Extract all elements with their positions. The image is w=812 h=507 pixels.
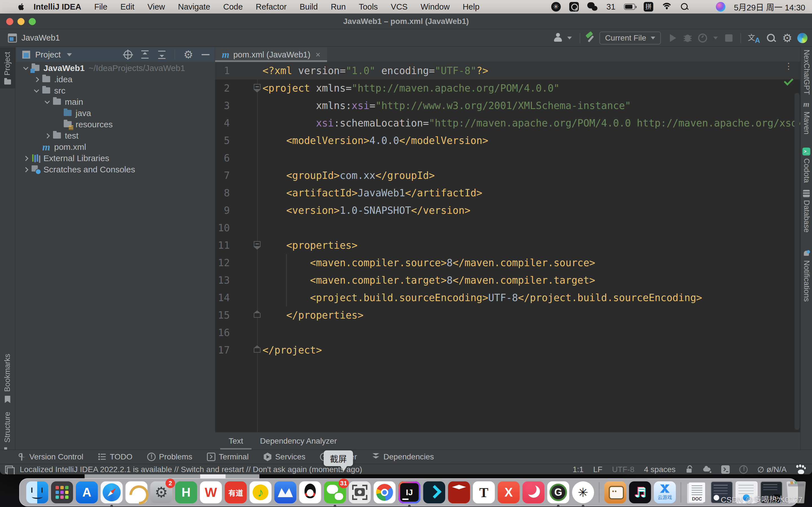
code-line-6[interactable]: 6: [215, 149, 800, 167]
tree-item-test[interactable]: test: [16, 130, 214, 142]
tool-strip-database[interactable]: Database: [801, 190, 812, 233]
tool-strip-maven[interactable]: mMaven: [801, 100, 812, 134]
siri-icon[interactable]: [716, 2, 725, 11]
dock-app-m-app[interactable]: [274, 482, 296, 503]
hide-panel-icon[interactable]: [202, 54, 209, 55]
user-avatar-icon[interactable]: [553, 31, 565, 45]
tree-item-javaweb1[interactable]: JavaWeb1~/IdeaProjects/JavaWeb1: [16, 62, 214, 74]
project-panel-header[interactable]: Project ⚙: [16, 47, 214, 62]
apple-menu-icon[interactable]: [17, 3, 24, 11]
tree-item-scratches-and-consoles[interactable]: Scratches and Consoles: [16, 164, 214, 175]
menu-item-refactor[interactable]: Refactor: [249, 2, 293, 11]
tree-item--idea[interactable]: .idea: [16, 74, 214, 85]
project-panel-title[interactable]: Project: [35, 50, 61, 59]
tree-item-java[interactable]: java: [16, 108, 214, 119]
toolbar-project-name[interactable]: JavaWeb1: [21, 33, 60, 43]
spotlight-search-icon[interactable]: [680, 3, 689, 11]
fold-marker-open[interactable]: −: [254, 84, 261, 93]
menu-item-code[interactable]: Code: [217, 2, 249, 11]
project-options-gear-icon[interactable]: ⚙: [184, 49, 193, 60]
dock-app-launchpad[interactable]: [51, 482, 73, 503]
wechat-menu-icon[interactable]: [587, 2, 598, 11]
menu-item-build[interactable]: Build: [293, 2, 324, 11]
inspection-menu-icon[interactable]: ⋮: [784, 64, 793, 68]
notifications-status-icon[interactable]: [739, 465, 748, 474]
dock-app-qq[interactable]: [299, 482, 321, 503]
caret-position[interactable]: 1:1: [573, 465, 583, 474]
terminal-status-icon[interactable]: [721, 465, 730, 474]
sync-settings-icon[interactable]: [703, 465, 712, 474]
search-everywhere-icon[interactable]: [766, 33, 776, 43]
dock-app-wechat[interactable]: 31: [324, 482, 346, 503]
more-run-caret[interactable]: [713, 37, 718, 40]
chevron-open-icon[interactable]: [34, 87, 39, 93]
chevron-closed-icon[interactable]: [23, 156, 28, 161]
tree-item-pom-xml[interactable]: mpom.xml: [16, 142, 214, 153]
dock-app-safari[interactable]: [101, 482, 123, 503]
code-line-14[interactable]: 14 <project.build.sourceEncoding>UTF-8</…: [215, 289, 800, 306]
code-line-1[interactable]: 1<?xml version="1.0" encoding="UTF-8"?>: [215, 62, 800, 79]
dock-app-chatgpt[interactable]: ✳: [572, 482, 594, 503]
chevron-open-icon[interactable]: [23, 65, 28, 70]
file-encoding[interactable]: UTF-8: [612, 465, 635, 474]
code-line-9[interactable]: 9 <version>1.0-SNAPSHOT</version>: [215, 202, 800, 219]
toolwindow-button-todo[interactable]: TODO: [98, 452, 132, 461]
code-line-2[interactable]: 2−<project xmlns="http://maven.apache.or…: [215, 79, 800, 97]
menu-item-help[interactable]: Help: [456, 2, 486, 11]
dock-app-cloud-game[interactable]: 云游戏: [654, 482, 676, 503]
dock-app-arrow-app[interactable]: [423, 482, 445, 503]
code-editor[interactable]: 1<?xml version="1.0" encoding="UTF-8"?>2…: [215, 62, 800, 432]
code-line-17[interactable]: 17</project>: [215, 341, 800, 359]
toolwindow-button-services[interactable]: Services: [263, 452, 305, 461]
chevron-closed-icon[interactable]: [23, 167, 28, 172]
dock-app-typora[interactable]: T: [473, 482, 495, 503]
dock-app-tiktok[interactable]: ♬: [629, 482, 651, 503]
status-message[interactable]: Localized IntelliJ IDEA 2022.2.1 is avai…: [20, 465, 362, 474]
editor-bottom-tab-dependency-analyzer[interactable]: Dependency Analyzer: [252, 432, 345, 450]
tree-item-main[interactable]: main: [16, 96, 214, 108]
menu-item-navigate[interactable]: Navigate: [171, 2, 216, 11]
menu-datetime[interactable]: 5月29日 周一 14:30: [734, 1, 805, 13]
expand-all-icon[interactable]: [141, 50, 149, 59]
run-configuration-selector[interactable]: Current File: [599, 32, 661, 45]
menu-item-window[interactable]: Window: [414, 2, 456, 11]
stop-button[interactable]: [725, 34, 732, 42]
code-line-5[interactable]: 5 <modelVersion>4.0.0</modelVersion>: [215, 132, 800, 149]
dock-app-doc-window[interactable]: DOC: [686, 482, 708, 503]
toolwindow-button-dependencies[interactable]: Dependencies: [371, 452, 434, 461]
dock-app-bubble-app[interactable]: [604, 482, 626, 503]
editor-bottom-tab-text[interactable]: Text: [220, 432, 252, 450]
run-button[interactable]: [670, 34, 676, 42]
build-hammer-icon[interactable]: [584, 31, 597, 45]
chevron-closed-icon[interactable]: [34, 77, 39, 82]
toolwindow-button-version-control[interactable]: Version Control: [17, 452, 83, 461]
dock-app-screenshot[interactable]: [349, 482, 371, 503]
dock-app-system-settings[interactable]: ⚙2: [150, 482, 172, 503]
fold-marker-close[interactable]: [254, 345, 261, 353]
tool-strip-codota[interactable]: >_Codota: [801, 148, 812, 183]
fold-marker-close[interactable]: [254, 311, 261, 318]
dock-app-redis[interactable]: [448, 482, 470, 503]
menu-item-run[interactable]: Run: [324, 2, 352, 11]
dock-app-wps[interactable]: W: [200, 482, 222, 503]
translate-icon[interactable]: [748, 33, 760, 44]
menu-item-vcs[interactable]: VCS: [384, 2, 414, 11]
input-method-icon[interactable]: 拼: [644, 2, 653, 11]
chatgpt-menu-icon[interactable]: ✳: [551, 2, 561, 11]
line-separator[interactable]: LF: [593, 465, 603, 474]
wifi-icon[interactable]: [662, 3, 672, 11]
dock-app-app-store[interactable]: A: [76, 482, 98, 503]
settings-gear-icon[interactable]: ⚙: [782, 33, 792, 44]
battery-icon[interactable]: [624, 4, 635, 10]
code-line-12[interactable]: 12 <maven.compiler.source>8</maven.compi…: [215, 254, 800, 272]
code-line-13[interactable]: 13 <maven.compiler.target>8</maven.compi…: [215, 272, 800, 289]
code-line-4[interactable]: 4 xsi:schemaLocation="http://maven.apach…: [215, 114, 800, 132]
tool-strip-notifications[interactable]: Notifications: [801, 250, 812, 302]
close-tab-icon[interactable]: ×: [315, 50, 320, 59]
tree-item-external-libraries[interactable]: External Libraries: [16, 153, 214, 164]
dock-app-intellij-idea[interactable]: IJ: [398, 482, 420, 503]
window-titlebar[interactable]: JavaWeb1 – pom.xml (JavaWeb1): [0, 13, 812, 29]
tree-item-resources[interactable]: resources: [16, 119, 214, 130]
chevron-open-icon[interactable]: [45, 99, 50, 104]
chevron-closed-icon[interactable]: [45, 133, 50, 138]
